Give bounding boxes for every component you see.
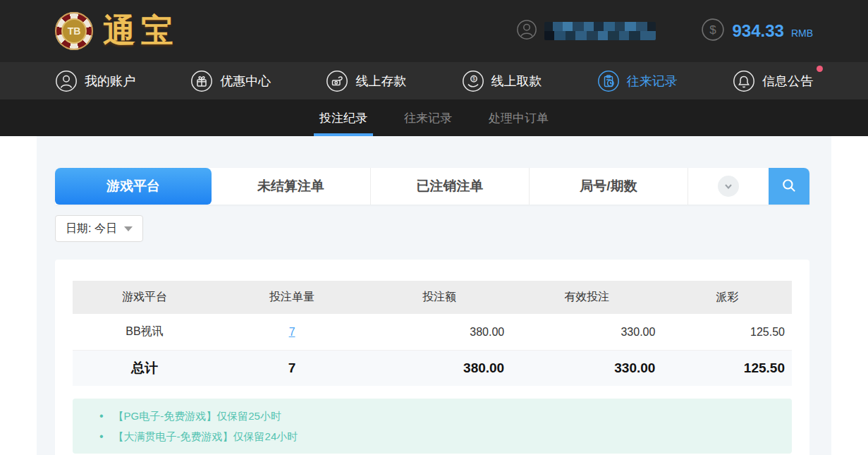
cell-bet-amount: 380.00 — [367, 326, 511, 339]
tab-label: 局号/期数 — [580, 177, 637, 195]
nav-item-withdraw[interactable]: $ 线上取款 — [462, 70, 542, 92]
tab-label: 已注销注单 — [417, 177, 484, 195]
search-icon — [780, 176, 798, 197]
total-payout: 125.50 — [662, 360, 792, 376]
nav-item-promotions[interactable]: 优惠中心 — [190, 70, 271, 92]
nav-label: 优惠中心 — [220, 73, 271, 90]
total-label: 总计 — [73, 359, 216, 377]
total-bet-count: 7 — [216, 360, 367, 376]
cell-payout: 125.50 — [662, 326, 792, 339]
balance-box[interactable]: $ 934.33 RMB — [701, 18, 813, 44]
poker-chip-icon: TB — [55, 12, 93, 50]
deposit-icon — [326, 70, 348, 92]
results-table: 游戏平台 投注单量 投注额 有效投注 派彩 BB视讯 7 380.00 330.… — [73, 281, 792, 386]
gift-icon — [190, 70, 213, 92]
nav-label: 线上取款 — [491, 73, 542, 90]
col-header-valid-bet: 有效投注 — [511, 290, 662, 305]
table-header-row: 游戏平台 投注单量 投注额 有效投注 派彩 — [73, 281, 792, 314]
triangle-down-icon — [124, 226, 133, 231]
bet-count-link[interactable]: 7 — [289, 326, 295, 338]
brand-name: 通宝 — [103, 15, 179, 47]
retention-notes: • 【PG电子-免费游戏】仅保留25小时 • 【大满贯电子-免费游戏】仅保留24… — [73, 399, 792, 454]
note-line: • 【PG电子-免费游戏】仅保留25小时 — [73, 406, 792, 426]
tab-game-platform[interactable]: 游戏平台 — [55, 168, 212, 205]
brand-logo[interactable]: TB 通宝 — [55, 12, 179, 50]
svg-text:$: $ — [472, 76, 475, 81]
subnav-label: 往来记录 — [404, 110, 452, 126]
col-header-platform: 游戏平台 — [73, 290, 216, 305]
bullet-icon: • — [99, 426, 104, 447]
col-header-bet-count: 投注单量 — [216, 290, 367, 305]
note-text: 【大满贯电子-免费游戏】仅保留24小时 — [114, 426, 298, 447]
results-card: 游戏平台 投注单量 投注额 有效投注 派彩 BB视讯 7 380.00 330.… — [55, 260, 809, 455]
sub-nav: 投注纪录 往来记录 处理中订单 — [0, 99, 868, 136]
collapse-toggle[interactable] — [687, 168, 769, 205]
nav-label: 往来记录 — [627, 73, 678, 90]
nav-label: 我的账户 — [85, 73, 135, 90]
cell-valid-bet: 330.00 — [511, 326, 662, 339]
chip-monogram: TB — [61, 18, 87, 44]
user-box[interactable] — [516, 19, 656, 43]
date-filter-label: 日期: 今日 — [66, 222, 117, 236]
balance-currency: RMB — [791, 28, 813, 39]
table-total-row: 总计 7 380.00 330.00 125.50 — [73, 351, 792, 386]
username-redacted — [544, 22, 656, 40]
note-text: 【PG电子-免费游戏】仅保留25小时 — [114, 406, 281, 426]
records-icon — [597, 70, 620, 92]
withdraw-icon: $ — [462, 70, 484, 92]
subnav-pending-orders[interactable]: 处理中订单 — [489, 99, 549, 136]
tab-unsettled-bets[interactable]: 未结算注单 — [212, 168, 370, 205]
header-right: $ 934.33 RMB — [516, 18, 813, 44]
balance-amount: 934.33 — [732, 21, 783, 41]
total-valid-bet: 330.00 — [511, 360, 662, 376]
dollar-coin-icon: $ — [701, 18, 725, 44]
filter-tab-bar: 游戏平台 未结算注单 已注销注单 局号/期数 — [55, 168, 809, 205]
chevron-down-icon — [718, 176, 739, 197]
nav-item-announcements[interactable]: 信息公告 — [733, 70, 813, 92]
col-header-bet-amount: 投注额 — [367, 290, 511, 305]
bell-icon — [733, 70, 755, 92]
nav-item-records[interactable]: 往来记录 — [597, 70, 678, 92]
cell-platform: BB视讯 — [73, 324, 216, 339]
top-header: TB 通宝 $ 934.33 RMB — [0, 0, 868, 62]
page-content: 游戏平台 未结算注单 已注销注单 局号/期数 — [0, 136, 868, 455]
subnav-bet-records[interactable]: 投注纪录 — [319, 99, 367, 136]
note-line: • 【大满贯电子-免费游戏】仅保留24小时 — [73, 426, 792, 447]
tab-round-number[interactable]: 局号/期数 — [529, 168, 687, 205]
bullet-icon: • — [99, 406, 104, 426]
subnav-label: 处理中订单 — [489, 110, 549, 126]
tab-label: 游戏平台 — [106, 177, 160, 195]
search-button[interactable] — [769, 168, 809, 205]
subnav-label: 投注纪录 — [319, 110, 367, 126]
date-filter-dropdown[interactable]: 日期: 今日 — [55, 215, 143, 242]
svg-text:$: $ — [710, 23, 717, 37]
subnav-transaction-records[interactable]: 往来记录 — [404, 99, 452, 136]
table-row: BB视讯 7 380.00 330.00 125.50 — [73, 314, 792, 351]
tab-cancelled-bets[interactable]: 已注销注单 — [370, 168, 529, 205]
content-panel: 游戏平台 未结算注单 已注销注单 局号/期数 — [37, 136, 831, 455]
nav-item-my-account[interactable]: 我的账户 — [55, 70, 135, 92]
nav-label: 线上存款 — [355, 73, 406, 90]
account-icon — [55, 70, 78, 92]
total-bet-amount: 380.00 — [367, 360, 511, 376]
nav-label: 信息公告 — [762, 73, 813, 90]
main-nav: 我的账户 优惠中心 线上存款 $ 线上取款 — [0, 62, 868, 99]
nav-item-deposit[interactable]: 线上存款 — [326, 70, 406, 92]
avatar-icon — [516, 19, 537, 43]
notification-dot — [817, 66, 823, 72]
col-header-payout: 派彩 — [662, 290, 792, 305]
tab-label: 未结算注单 — [257, 177, 324, 195]
